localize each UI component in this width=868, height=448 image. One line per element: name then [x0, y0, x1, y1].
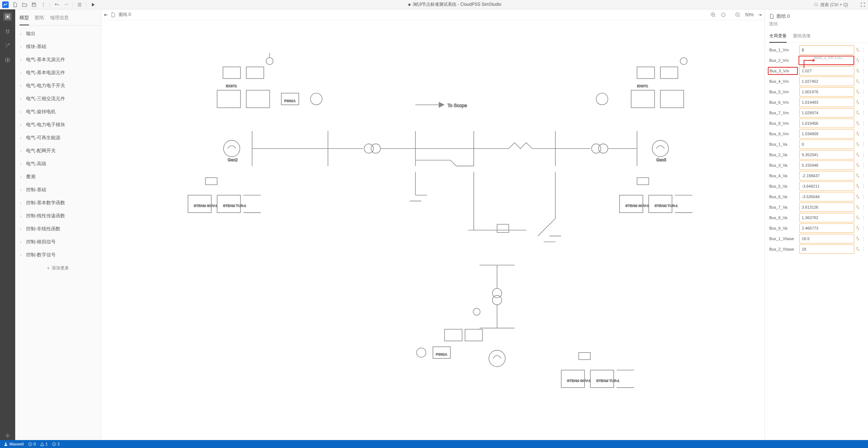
category-item[interactable]: ›电气-基本无源元件 — [15, 53, 101, 66]
drag-handle-icon[interactable]: ⋮ — [861, 47, 865, 52]
category-item[interactable]: ›电气-可再生能源 — [15, 131, 101, 144]
left-tab-model[interactable]: 模型 — [20, 12, 29, 25]
fx-button[interactable]: fx — [856, 204, 860, 210]
fx-button[interactable]: fx — [856, 131, 860, 136]
fx-button[interactable]: fx — [856, 141, 860, 147]
activity-settings-icon[interactable] — [3, 431, 12, 440]
fx-button[interactable]: fx — [856, 215, 860, 220]
drag-handle-icon[interactable]: ⋮ — [861, 100, 865, 105]
fx-button[interactable]: fx — [856, 225, 860, 231]
fx-button[interactable]: fx — [856, 194, 860, 199]
open-folder-icon[interactable] — [22, 2, 27, 8]
drag-handle-icon[interactable]: ⋮ — [861, 142, 865, 147]
category-item[interactable]: ›模块-基础 — [15, 40, 101, 53]
list-icon[interactable] — [77, 2, 82, 8]
fx-button[interactable]: fx — [856, 68, 860, 73]
fullscreen-icon[interactable] — [860, 2, 866, 8]
search-box[interactable] — [814, 2, 856, 7]
category-item[interactable]: ›控制-模拟信号 — [15, 235, 101, 248]
drag-handle-icon[interactable]: ⋮ — [861, 79, 865, 84]
fx-button[interactable]: fx — [856, 162, 860, 168]
fx-button[interactable]: fx — [856, 89, 860, 94]
fx-button[interactable]: fx — [856, 57, 860, 63]
variable-value-input[interactable] — [799, 244, 854, 254]
fx-button[interactable]: fx — [856, 78, 860, 84]
variable-value-input[interactable] — [799, 66, 854, 76]
panel-collapse-right-icon[interactable]: ⇥ — [758, 12, 762, 17]
variable-value-input[interactable] — [799, 150, 854, 159]
variable-value-input[interactable] — [799, 202, 854, 212]
category-item[interactable]: ›电气-电力电子模块 — [15, 118, 101, 131]
left-tab-sheet[interactable]: 图纸 — [35, 12, 44, 25]
drag-handle-icon[interactable]: ⋮ — [861, 131, 865, 136]
variable-value-input[interactable] — [799, 140, 854, 149]
category-item[interactable]: ›电气-配网开关 — [15, 144, 101, 157]
new-file-icon[interactable] — [12, 2, 18, 8]
variable-value-input[interactable] — [799, 108, 854, 118]
fx-button[interactable]: fx — [856, 183, 860, 189]
activity-tools-icon[interactable] — [3, 41, 12, 50]
drag-handle-icon[interactable]: ⋮ — [861, 215, 865, 220]
variable-value-input[interactable] — [799, 98, 854, 107]
category-item[interactable]: ›电气-基本电源元件 — [15, 66, 101, 79]
activity-plug-icon[interactable] — [3, 27, 12, 35]
category-item[interactable]: ›控制-基础 — [15, 183, 101, 196]
variable-value-input[interactable] — [799, 56, 854, 65]
category-item[interactable]: ›控制-线性传递函数 — [15, 209, 101, 222]
drag-handle-icon[interactable]: ⋮ — [861, 236, 865, 241]
search-input[interactable] — [820, 2, 856, 7]
drag-handle-icon[interactable]: ⋮ — [861, 247, 865, 252]
activity-model-icon[interactable] — [3, 12, 12, 21]
category-item[interactable]: ›量测 — [15, 170, 101, 183]
category-item[interactable]: ›电气-旋转电机 — [15, 105, 101, 118]
left-tab-geo[interactable]: 地理信息 — [50, 12, 69, 25]
fx-button[interactable]: fx — [856, 236, 860, 241]
panel-collapse-left-icon[interactable]: ⇤ — [104, 12, 108, 17]
drag-handle-icon[interactable]: ⋮ — [861, 121, 865, 126]
drag-handle-icon[interactable]: ⋮ — [861, 58, 865, 63]
variable-value-input[interactable] — [799, 119, 854, 128]
category-item[interactable]: ›电气-电力电子开关 — [15, 79, 101, 92]
variable-value-input[interactable] — [799, 223, 854, 233]
app-logo-icon[interactable] — [2, 1, 9, 8]
drag-handle-icon[interactable]: ⋮ — [861, 110, 865, 115]
drag-handle-icon[interactable]: ⋮ — [861, 163, 865, 168]
zoom-fit-icon[interactable] — [720, 12, 726, 18]
variable-value-input[interactable] — [799, 45, 854, 55]
run-icon[interactable] — [90, 2, 96, 8]
right-tab-sheet-options[interactable]: 图纸选项 — [793, 30, 810, 43]
status-info2[interactable]: 2 — [52, 442, 60, 446]
variable-value-input[interactable] — [799, 161, 854, 170]
fx-button[interactable]: fx — [856, 110, 860, 115]
category-item[interactable]: ›输出 — [15, 27, 101, 40]
category-item[interactable]: ›控制-非线性函数 — [15, 222, 101, 235]
save-icon[interactable] — [31, 2, 37, 8]
variable-value-input[interactable] — [799, 129, 854, 138]
add-more-button[interactable]: +添加更多 — [15, 261, 101, 275]
variable-value-input[interactable] — [799, 171, 854, 180]
zoom-out-icon[interactable] — [735, 12, 741, 18]
variable-value-input[interactable] — [799, 77, 854, 86]
drag-handle-icon[interactable]: ⋮ — [861, 173, 865, 178]
fx-button[interactable]: fx — [856, 47, 860, 52]
status-warn[interactable]: 1 — [40, 442, 48, 446]
fx-button[interactable]: fx — [856, 99, 860, 105]
more-icon[interactable]: ⋮ — [41, 2, 46, 8]
fx-button[interactable]: fx — [856, 120, 860, 126]
schematic-canvas[interactable]: To Scope EXST1 PSS1A STEAM GOV-1 STEAM T… — [101, 20, 765, 440]
fx-button[interactable]: fx — [856, 246, 860, 252]
drag-handle-icon[interactable]: ⋮ — [861, 205, 865, 210]
variable-value-input[interactable] — [799, 213, 854, 222]
activity-play-icon[interactable] — [3, 56, 12, 64]
zoom-in-icon[interactable] — [710, 12, 716, 18]
category-item[interactable]: ›控制-数字信号 — [15, 248, 101, 261]
drag-handle-icon[interactable]: ⋮ — [861, 68, 865, 73]
variable-value-input[interactable] — [799, 192, 854, 201]
fx-button[interactable]: fx — [856, 152, 860, 157]
zoom-level[interactable]: 50% — [745, 12, 754, 17]
category-item[interactable]: ›电气-三相交流元件 — [15, 92, 101, 105]
variable-value-input[interactable] — [799, 234, 854, 243]
fx-button[interactable]: fx — [856, 173, 860, 178]
drag-handle-icon[interactable]: ⋮ — [861, 194, 865, 199]
undo-icon[interactable] — [54, 2, 60, 8]
